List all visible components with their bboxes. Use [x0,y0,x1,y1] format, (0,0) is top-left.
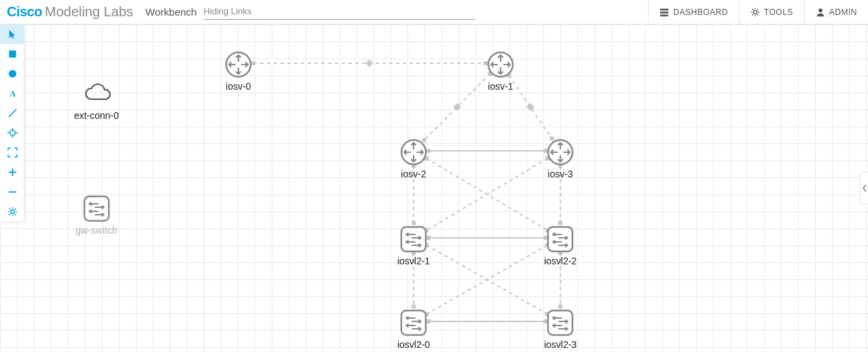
router-icon [400,139,427,166]
svg-line-10 [752,14,753,15]
node-gw-switch[interactable]: gw-switch [75,195,117,236]
node-label: gw-switch [75,225,117,236]
plus-icon [7,167,18,177]
gear-icon [751,7,760,17]
tool-settings[interactable] [0,202,24,222]
switch-icon [400,226,427,253]
node-iosv-0[interactable]: iosv-0 [225,51,252,92]
node-label: iosvl2-2 [544,256,577,266]
svg-line-16 [8,109,16,117]
cursor-icon [7,29,18,39]
node-label: iosv-2 [400,169,427,179]
topology-canvas[interactable]: ext-conn-0gw-switchiosv-0iosv-1iosv-2ios… [0,24,868,352]
node-label: iosv-1 [487,81,514,92]
svg-point-12 [818,8,822,12]
node-ext-conn-0[interactable]: ext-conn-0 [74,80,119,121]
dashboard-button[interactable]: DASHBOARD [648,0,739,24]
tool-rectangle[interactable] [0,44,24,64]
svg-line-8 [752,9,753,10]
router-icon [487,51,514,78]
node-iosvl2-3[interactable]: iosvl2-3 [544,309,577,350]
router-icon [547,139,574,166]
node-iosvl2-2[interactable]: iosvl2-2 [544,226,577,266]
tool-fullscreen[interactable] [0,143,24,162]
tool-select[interactable] [0,24,24,44]
tool-zoom-in[interactable] [0,162,24,182]
switch-icon [547,226,574,253]
switch-icon [547,309,574,336]
text-icon: A [7,88,18,99]
switch-icon [83,195,110,222]
tool-zoom-out[interactable] [0,182,24,202]
line-icon [7,108,18,118]
header: Cisco Modeling Labs Workbench DASHBOARD … [0,0,868,24]
expand-icon [7,147,18,158]
node-layer: ext-conn-0gw-switchiosv-0iosv-1iosv-2ios… [0,24,868,352]
node-iosv-2[interactable]: iosv-2 [400,139,427,179]
brand-product: Modeling Labs [45,4,133,20]
svg-point-14 [8,70,16,77]
svg-rect-1 [660,12,668,14]
admin-label: ADMIN [829,7,857,17]
svg-text:A: A [9,88,16,99]
node-label: iosv-3 [547,169,574,179]
svg-rect-13 [9,50,16,57]
router-icon [225,51,252,78]
svg-rect-0 [660,8,668,10]
admin-button[interactable]: ADMIN [804,0,868,24]
svg-line-11 [757,9,758,10]
minus-icon [7,187,18,197]
node-label: iosvl2-1 [397,256,430,266]
node-label: iosvl2-3 [544,339,577,350]
node-label: iosv-0 [225,81,252,92]
svg-point-25 [10,210,14,214]
svg-line-31 [14,214,16,215]
tool-ellipse[interactable] [0,64,24,84]
brand-cisco: Cisco [7,4,42,20]
node-iosv-1[interactable]: iosv-1 [487,51,514,92]
svg-line-30 [9,209,10,210]
svg-line-32 [9,214,10,215]
lab-title-input[interactable] [204,5,475,20]
target-icon [7,128,18,138]
chevron-left-icon [862,184,867,192]
dashboard-label: DASHBOARD [673,7,728,17]
cloud-icon [83,80,110,107]
node-iosvl2-1[interactable]: iosvl2-1 [397,226,430,266]
svg-line-33 [14,209,16,210]
tools-button[interactable]: TOOLS [739,0,804,24]
svg-rect-2 [660,14,668,16]
gear-icon [7,207,18,217]
tool-palette: A [0,24,24,222]
node-label: ext-conn-0 [74,110,119,121]
switch-icon [400,309,427,336]
svg-point-3 [753,10,757,14]
side-panel-toggle[interactable] [860,172,868,205]
svg-point-17 [10,130,15,136]
tools-label: TOOLS [764,7,793,17]
svg-line-9 [757,14,758,15]
node-iosvl2-0[interactable]: iosvl2-0 [397,309,430,350]
workbench-label: Workbench [145,6,197,18]
square-icon [7,49,18,59]
node-iosv-3[interactable]: iosv-3 [547,139,574,179]
tool-text[interactable]: A [0,84,24,103]
tool-fit-view[interactable] [0,123,24,143]
dashboard-icon [659,7,669,17]
user-icon [816,7,825,17]
circle-icon [7,69,18,79]
node-label: iosvl2-0 [397,339,430,350]
tool-line[interactable] [0,103,24,123]
